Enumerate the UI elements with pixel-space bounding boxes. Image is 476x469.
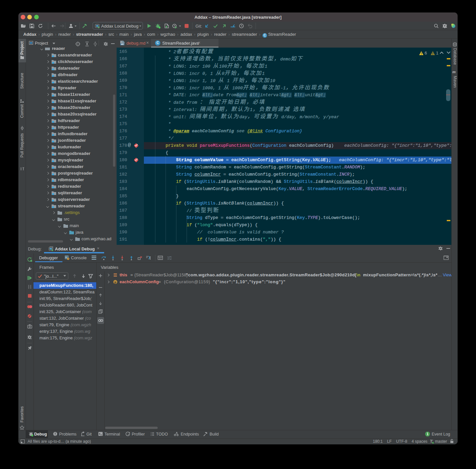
- svg-text:p: p: [114, 281, 116, 284]
- svg-text:MD: MD: [121, 43, 124, 45]
